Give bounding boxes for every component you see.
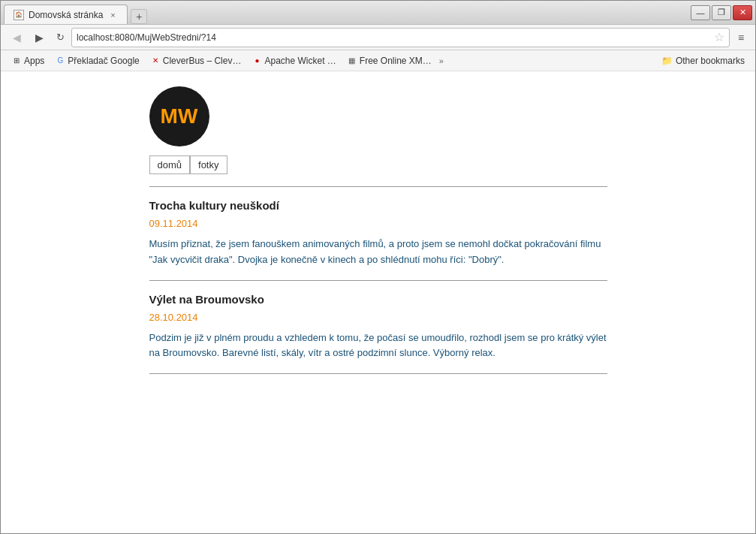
cleverbus-icon: ✕	[150, 56, 161, 66]
article-1-title: Trocha kultury neuškodí	[149, 199, 607, 212]
bookmark-google-translate[interactable]: G Překladač Google	[50, 54, 143, 68]
minimize-button[interactable]: —	[691, 5, 710, 20]
bookmark-apps[interactable]: ⊞ Apps	[7, 54, 49, 68]
maximize-button[interactable]: ❐	[712, 5, 731, 20]
free-online-xm-icon: ▦	[347, 56, 357, 66]
bookmark-apache-label: Apache Wicket …	[264, 56, 336, 66]
other-bookmarks-folder-icon: 📁	[661, 56, 673, 66]
reload-button[interactable]: ↻	[52, 29, 68, 46]
top-divider	[149, 186, 607, 187]
site-navigation: domů fotky	[149, 155, 607, 174]
article-1-date: 09.11.2014	[149, 218, 607, 229]
address-input[interactable]	[77, 32, 711, 43]
close-button[interactable]: ✕	[733, 5, 752, 20]
bookmark-cleverbus[interactable]: ✕ CleverBus – Clev…	[146, 54, 246, 68]
mid-divider	[149, 280, 607, 281]
bookmark-cleverbus-label: CleverBus – Clev…	[163, 56, 242, 66]
chrome-menu-button[interactable]: ≡	[733, 29, 749, 46]
site-logo: MW	[149, 86, 209, 146]
nav-fotky-button[interactable]: fotky	[190, 155, 227, 174]
tab-favicon: 🏠	[14, 10, 24, 20]
forward-button[interactable]: ▶	[29, 28, 49, 47]
bookmark-free-label: Free Online XM…	[360, 56, 432, 66]
bookmark-apache-wicket[interactable]: ● Apache Wicket …	[247, 54, 340, 68]
bookmark-apps-label: Apps	[24, 56, 44, 66]
new-tab-button[interactable]: +	[131, 9, 147, 24]
article-2-body: Podzim je již v plném proudu a vzhledem …	[149, 330, 607, 362]
bookmark-google-label: Překladač Google	[68, 56, 139, 66]
apps-icon: ⊞	[11, 56, 22, 66]
tab-area: 🏠 Domovská stránka × +	[4, 1, 685, 24]
page-area: MW domů fotky Trocha kultury neuškodí 09…	[1, 71, 755, 533]
article-2: Výlet na Broumovsko 28.10.2014 Podzim je…	[149, 293, 607, 362]
logo-text: MW	[161, 104, 198, 128]
bookmark-star-icon[interactable]: ☆	[714, 30, 724, 44]
page-content: MW domů fotky Trocha kultury neuškodí 09…	[134, 71, 622, 401]
window-controls: — ❐ ✕	[691, 5, 752, 20]
tab-title: Domovská stránka	[29, 10, 103, 20]
nav-domu-button[interactable]: domů	[149, 155, 191, 174]
nav-bar: ◀ ▶ ↻ ☆ ≡	[1, 25, 755, 50]
bookmarks-more-button[interactable]: »	[439, 56, 444, 65]
back-button[interactable]: ◀	[7, 28, 26, 47]
tab-close-button[interactable]: ×	[107, 10, 118, 20]
title-bar: 🏠 Domovská stránka × + — ❐ ✕	[1, 1, 755, 25]
bookmarks-bar: ⊞ Apps G Překladač Google ✕ CleverBus – …	[1, 50, 755, 71]
address-bar-container: ☆	[71, 28, 730, 47]
article-1-body: Musím přiznat, že jsem fanouškem animova…	[149, 237, 607, 268]
other-bookmarks-label: Other bookmarks	[676, 56, 745, 66]
browser-window: 🏠 Domovská stránka × + — ❐ ✕ ◀ ▶ ↻ ☆ ≡ ⊞…	[0, 0, 756, 534]
google-translate-icon: G	[55, 56, 65, 66]
article-2-title: Výlet na Broumovsko	[149, 293, 607, 306]
apache-wicket-icon: ●	[251, 56, 262, 66]
bookmark-free-online-xm[interactable]: ▦ Free Online XM…	[342, 54, 436, 68]
article-1: Trocha kultury neuškodí 09.11.2014 Musím…	[149, 199, 607, 268]
other-bookmarks-button[interactable]: 📁 Other bookmarks	[657, 54, 749, 68]
article-2-date: 28.10.2014	[149, 312, 607, 323]
bottom-divider	[149, 373, 607, 374]
active-tab[interactable]: 🏠 Domovská stránka ×	[4, 5, 128, 24]
